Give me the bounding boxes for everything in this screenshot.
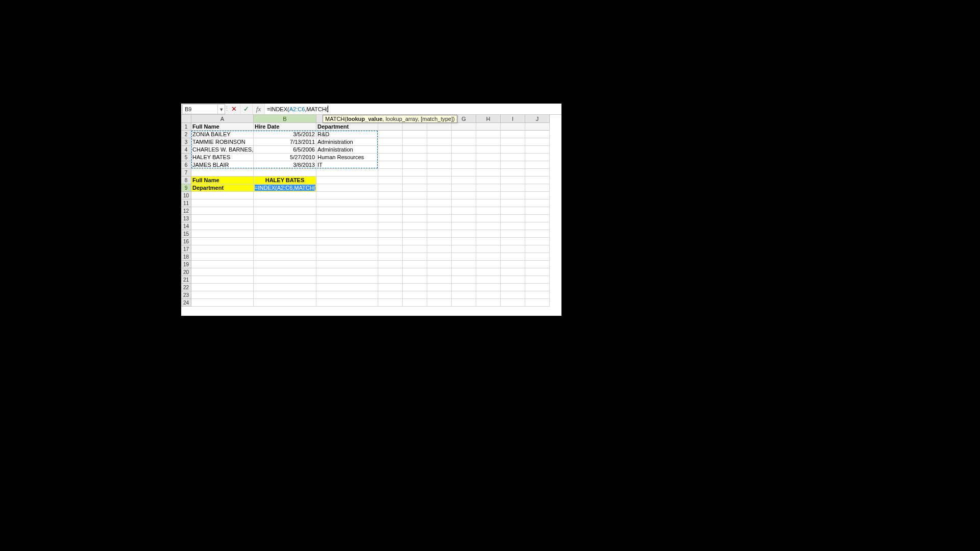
cell[interactable]	[476, 199, 501, 207]
cell[interactable]	[403, 123, 427, 131]
cell[interactable]	[191, 222, 254, 230]
row-header-23[interactable]: 23	[181, 291, 191, 299]
cell[interactable]	[501, 291, 525, 299]
cell[interactable]	[316, 230, 378, 238]
cell[interactable]	[501, 192, 525, 199]
cell[interactable]	[452, 253, 476, 261]
cell[interactable]	[191, 215, 254, 222]
cell[interactable]	[452, 245, 476, 253]
cell-date[interactable]: 3/8/2013	[254, 161, 316, 169]
cell[interactable]	[191, 245, 254, 253]
column-header-A[interactable]: A	[191, 115, 254, 123]
cell[interactable]	[316, 261, 378, 268]
cell[interactable]	[525, 199, 550, 207]
cell[interactable]	[427, 238, 452, 245]
cell[interactable]	[452, 230, 476, 238]
cell[interactable]	[316, 184, 378, 192]
cell[interactable]	[378, 268, 403, 276]
cell[interactable]	[254, 207, 316, 215]
cell[interactable]	[191, 291, 254, 299]
cell-dept[interactable]: Administration	[316, 138, 378, 146]
cell[interactable]	[191, 238, 254, 245]
cell[interactable]	[254, 299, 316, 307]
cell[interactable]	[452, 238, 476, 245]
cell-date[interactable]: 7/13/2011	[254, 138, 316, 146]
cell[interactable]	[427, 138, 452, 146]
cell[interactable]	[501, 123, 525, 131]
cell[interactable]	[378, 215, 403, 222]
cell[interactable]	[427, 169, 452, 177]
cell[interactable]	[403, 284, 427, 291]
cell[interactable]	[525, 276, 550, 284]
cell[interactable]	[501, 245, 525, 253]
cell[interactable]	[427, 245, 452, 253]
row-header-1[interactable]: 1	[181, 123, 191, 131]
cell[interactable]	[427, 177, 452, 184]
cell[interactable]	[378, 199, 403, 207]
cell[interactable]	[525, 123, 550, 131]
cell[interactable]	[501, 284, 525, 291]
cell[interactable]	[403, 276, 427, 284]
row-header-4[interactable]: 4	[181, 146, 191, 154]
cell[interactable]	[254, 230, 316, 238]
row-header-24[interactable]: 24	[181, 299, 191, 307]
row-header-8[interactable]: 8	[181, 177, 191, 184]
row-header-16[interactable]: 16	[181, 238, 191, 245]
cell[interactable]	[476, 192, 501, 199]
cell[interactable]	[452, 177, 476, 184]
cell-name[interactable]: JAMES BLAIR	[191, 161, 254, 169]
cell[interactable]	[525, 230, 550, 238]
cell[interactable]	[525, 261, 550, 268]
cell[interactable]	[378, 138, 403, 146]
cell[interactable]	[191, 284, 254, 291]
cell[interactable]	[378, 299, 403, 307]
table-header[interactable]: Hire Date	[254, 123, 316, 131]
cell[interactable]	[452, 146, 476, 154]
cell[interactable]	[378, 276, 403, 284]
cell[interactable]	[525, 215, 550, 222]
cell[interactable]	[452, 299, 476, 307]
cell[interactable]	[254, 238, 316, 245]
cell[interactable]	[191, 192, 254, 199]
cell[interactable]	[403, 154, 427, 161]
cell[interactable]	[403, 222, 427, 230]
worksheet[interactable]: ABCDEFGHIJ 12345678910111213141516171819…	[181, 115, 561, 316]
column-header-J[interactable]: J	[525, 115, 550, 123]
row-header-15[interactable]: 15	[181, 230, 191, 238]
cell[interactable]	[403, 245, 427, 253]
cell[interactable]	[427, 230, 452, 238]
cell[interactable]	[501, 222, 525, 230]
cell[interactable]	[525, 177, 550, 184]
cell[interactable]	[476, 161, 501, 169]
cell[interactable]	[316, 207, 378, 215]
cell[interactable]	[191, 268, 254, 276]
cell[interactable]	[452, 222, 476, 230]
cell[interactable]	[476, 299, 501, 307]
cell[interactable]	[254, 199, 316, 207]
cell[interactable]	[452, 291, 476, 299]
cell[interactable]	[378, 184, 403, 192]
cell[interactable]	[316, 253, 378, 261]
cell[interactable]	[476, 184, 501, 192]
select-all-corner[interactable]	[181, 115, 191, 123]
lookup-value-name[interactable]: HALEY BATES	[254, 177, 316, 184]
cell[interactable]	[378, 131, 403, 138]
cell[interactable]	[378, 291, 403, 299]
lookup-label-dept[interactable]: Department	[191, 184, 254, 192]
cell[interactable]	[254, 284, 316, 291]
cell[interactable]	[501, 268, 525, 276]
cell[interactable]	[427, 291, 452, 299]
cell[interactable]	[525, 299, 550, 307]
row-header-19[interactable]: 19	[181, 261, 191, 268]
cell[interactable]	[525, 268, 550, 276]
formula-input[interactable]: =INDEX(A2:C6,MATCH(	[265, 104, 561, 114]
cell[interactable]	[191, 299, 254, 307]
lookup-label-name[interactable]: Full Name	[191, 177, 254, 184]
row-header-21[interactable]: 21	[181, 276, 191, 284]
cell[interactable]	[525, 184, 550, 192]
cell[interactable]	[501, 177, 525, 184]
cell[interactable]	[316, 169, 378, 177]
cell[interactable]	[254, 261, 316, 268]
cell[interactable]	[501, 299, 525, 307]
table-header[interactable]: Full Name	[191, 123, 254, 131]
